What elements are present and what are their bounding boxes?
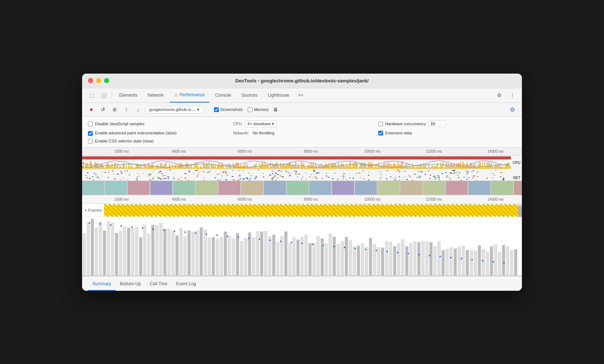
perf-toolbar: ● ↺ ⊘ ↑ ↓ googlechrome.github.io ... ▾ S… bbox=[82, 103, 522, 117]
css-selector-label: Enable CSS selector stats (slow) bbox=[95, 139, 154, 143]
tab-event-log[interactable]: Event Log bbox=[172, 278, 200, 291]
upload-button[interactable]: ↑ bbox=[122, 105, 131, 114]
timeline-ruler-main: 2000 ms 4000 ms 6000 ms 8000 ms 10000 ms… bbox=[82, 195, 522, 204]
main-tick-12000: 12000 ms bbox=[426, 197, 442, 201]
net-track: NET bbox=[82, 170, 522, 181]
enable-paint-checkbox[interactable] bbox=[88, 131, 93, 136]
hw-concurrency-label: Hardware concurrency bbox=[385, 122, 426, 126]
more-tabs-button[interactable]: >> bbox=[295, 93, 306, 98]
vertical-scrollbar[interactable] bbox=[518, 204, 522, 217]
network-label: Network: bbox=[233, 131, 249, 135]
tab-console[interactable]: Console bbox=[211, 88, 236, 103]
download-button[interactable]: ↓ bbox=[133, 105, 143, 114]
frames-collapse-icon[interactable]: ▼ bbox=[84, 209, 87, 212]
main-toolbar: ⬚ ⬜ Elements Network ⚠ Performance Conso… bbox=[82, 88, 522, 103]
frames-canvas bbox=[104, 204, 518, 217]
tab-sources[interactable]: Sources bbox=[237, 88, 262, 103]
cpu-value: 4× slowdown bbox=[247, 122, 271, 126]
extension-data-checkbox[interactable] bbox=[378, 131, 383, 135]
network-value: No throttling bbox=[253, 131, 274, 135]
settings-panel: Disable JavaScript samples CPU: 4× slowd… bbox=[82, 117, 522, 148]
reload-record-button[interactable]: ↺ bbox=[98, 105, 108, 114]
memory-label: Memory bbox=[254, 107, 269, 112]
scrollbar-thumb[interactable] bbox=[518, 206, 522, 217]
url-text: googlechrome.github.io ... bbox=[149, 107, 196, 112]
bottom-tabs: Summary Bottom-Up Call Tree Event Log bbox=[82, 276, 522, 291]
screenshots-checkbox[interactable] bbox=[214, 107, 219, 112]
css-selector-checkbox[interactable] bbox=[88, 139, 93, 144]
frames-content: 8.3 ms Frame bbox=[104, 204, 518, 217]
tick-10000: 10000 ms bbox=[364, 149, 380, 153]
title-bar: DevTools - googlechrome.github.io/devtoo… bbox=[82, 74, 522, 88]
main-timeline-panel: 2000 ms 4000 ms 6000 ms 8000 ms 10000 ms… bbox=[82, 195, 522, 276]
screenshots-checkbox-label[interactable]: Screenshots bbox=[214, 107, 243, 112]
main-tick-8000: 8000 ms bbox=[304, 197, 318, 201]
extension-data-row: Extension data bbox=[378, 130, 516, 136]
tab-summary[interactable]: Summary bbox=[88, 278, 115, 291]
screenshots-canvas bbox=[82, 181, 522, 195]
url-selector[interactable]: googlechrome.github.io ... ▾ bbox=[145, 106, 204, 114]
timeline-overview: 2000 ms 4000 ms 6000 ms 8000 ms 10000 ms… bbox=[82, 148, 522, 195]
time-ruler-overview: 2000 ms 4000 ms 6000 ms 8000 ms 10000 ms… bbox=[82, 148, 522, 156]
maximize-button[interactable] bbox=[104, 78, 109, 83]
tab-network[interactable]: Network bbox=[143, 88, 168, 103]
enable-paint-label: Enable advanced paint instrumentation (s… bbox=[95, 131, 177, 135]
tick-6000: 6000 ms bbox=[238, 149, 252, 153]
cpu-label: CPU: bbox=[233, 122, 243, 126]
disable-js-row: Disable JavaScript samples bbox=[88, 120, 226, 127]
hw-concurrency-checkbox[interactable] bbox=[378, 122, 383, 126]
memory-icon[interactable]: 🖥 bbox=[271, 105, 280, 114]
main-tick-14000: 14000 ms bbox=[487, 197, 504, 201]
tab-call-tree[interactable]: Call Tree bbox=[146, 278, 172, 291]
clear-button[interactable]: ⊘ bbox=[110, 105, 119, 114]
tick-14000: 14000 ms bbox=[487, 149, 504, 153]
minimize-button[interactable] bbox=[96, 78, 101, 83]
network-row: Network: No throttling bbox=[233, 130, 371, 136]
net-label: NET bbox=[513, 176, 520, 180]
disable-js-label: Disable JavaScript samples bbox=[95, 122, 144, 126]
frames-label-area: ▼ Frames bbox=[82, 204, 104, 217]
tab-bottom-up[interactable]: Bottom-Up bbox=[115, 278, 145, 291]
css-selector-row: Enable CSS selector stats (slow) bbox=[88, 139, 226, 144]
tick-4000: 4000 ms bbox=[172, 149, 186, 153]
hw-concurrency-row: Hardware concurrency bbox=[378, 120, 516, 127]
gear-area: ⚙ ⋮ bbox=[494, 90, 518, 100]
tab-performance[interactable]: ⚠ Performance bbox=[170, 88, 209, 103]
device-icon[interactable]: ⬜ bbox=[98, 90, 108, 100]
cpu-dropdown[interactable]: 4× slowdown ▾ bbox=[245, 120, 277, 127]
frames-row: ▼ Frames 8.3 ms Frame bbox=[82, 204, 522, 217]
screenshots-label: Screenshots bbox=[220, 107, 243, 112]
inspect-icon[interactable]: ⬚ bbox=[86, 90, 97, 100]
chart-area bbox=[82, 217, 522, 276]
warning-icon: ⚠ bbox=[174, 92, 178, 97]
tab-elements[interactable]: Elements bbox=[115, 88, 142, 103]
settings-gear-icon[interactable]: ⚙ bbox=[494, 90, 504, 100]
memory-checkbox-label[interactable]: Memory bbox=[248, 107, 269, 112]
extension-data-label: Extension data bbox=[385, 131, 412, 135]
dropdown-arrow-icon: ▾ bbox=[197, 107, 199, 112]
hw-concurrency-input[interactable] bbox=[428, 120, 446, 127]
toolbar-divider-1 bbox=[111, 92, 112, 99]
tick-2000: 2000 ms bbox=[115, 149, 129, 153]
more-options-icon[interactable]: ⋮ bbox=[507, 90, 518, 100]
cpu-canvas bbox=[82, 156, 522, 170]
net-canvas bbox=[82, 170, 522, 181]
disable-js-checkbox[interactable] bbox=[88, 122, 93, 126]
main-tick-4000: 4000 ms bbox=[172, 197, 186, 201]
tick-12000: 12000 ms bbox=[426, 149, 442, 153]
close-button[interactable] bbox=[88, 78, 93, 83]
cpu-label: CPU bbox=[513, 160, 520, 164]
frames-label: Frames bbox=[88, 208, 102, 212]
perf-settings-icon[interactable]: ⚙ bbox=[507, 104, 518, 115]
record-button[interactable]: ● bbox=[86, 105, 96, 114]
cpu-row: CPU: 4× slowdown ▾ bbox=[233, 120, 371, 127]
cpu-track: CPU bbox=[82, 156, 522, 170]
devtools-window: DevTools - googlechrome.github.io/devtoo… bbox=[82, 74, 522, 291]
tab-lighthouse[interactable]: Lighthouse bbox=[264, 88, 294, 103]
traffic-lights bbox=[88, 78, 109, 83]
cpu-dropdown-arrow: ▾ bbox=[272, 122, 274, 126]
memory-checkbox[interactable] bbox=[248, 107, 253, 112]
main-tick-6000: 6000 ms bbox=[238, 197, 252, 201]
main-tick-10000: 10000 ms bbox=[364, 197, 380, 201]
tick-8000: 8000 ms bbox=[304, 149, 318, 153]
